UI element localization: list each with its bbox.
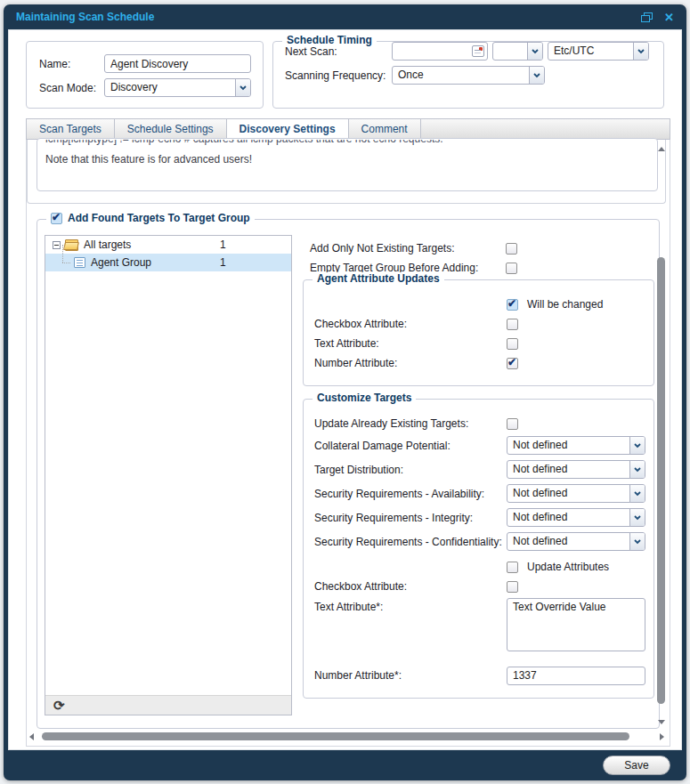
next-scan-time-value: [493, 43, 527, 60]
frequency-label: Scanning Frequency:: [285, 69, 392, 82]
scan-mode-value: Discovery: [105, 79, 235, 96]
security-confidentiality-value: Not defined: [507, 533, 629, 550]
horizontal-scrollbar-thumb[interactable]: [42, 732, 629, 740]
tree-row-count: 1: [220, 256, 226, 269]
security-confidentiality-select[interactable]: Not defined: [507, 532, 645, 551]
dialog-content: Name: Scan Mode: Discovery Schedule Timi…: [8, 29, 682, 750]
chevron-down-icon[interactable]: [529, 67, 544, 84]
ct-text-attribute-label: Text Attribute*:: [314, 598, 507, 613]
notes-group: icmp[icmptype] != icmp-echo # captures a…: [27, 140, 666, 204]
update-existing-checkbox[interactable]: [507, 418, 518, 430]
add-targets-checkbox[interactable]: [51, 213, 62, 224]
next-scan-time-select[interactable]: [492, 42, 543, 61]
scroll-right-icon[interactable]: [660, 733, 664, 740]
vertical-scrollbar[interactable]: [655, 141, 668, 726]
ct-checkbox-attribute-label: Checkbox Attribute:: [314, 580, 507, 593]
schedule-timing-legend: Schedule Timing: [282, 34, 377, 46]
next-scan-label: Next Scan:: [285, 45, 392, 58]
target-group-tree: All targets 1 Agent Group 1 ⟳: [45, 235, 292, 715]
tab-discovery-settings[interactable]: Discovery Settings: [227, 119, 349, 139]
ct-number-attribute-input[interactable]: [507, 667, 645, 685]
security-confidentiality-label: Security Requirements - Confidentiality:: [314, 536, 507, 548]
agent-attribute-updates-legend: Agent Attribute Updates: [313, 272, 444, 285]
chevron-down-icon[interactable]: [629, 509, 645, 526]
scroll-down-icon[interactable]: [658, 720, 665, 724]
empty-before-checkbox[interactable]: [506, 263, 517, 274]
save-button[interactable]: Save: [603, 756, 670, 775]
refresh-icon[interactable]: ⟳: [53, 699, 65, 712]
timezone-select[interactable]: Etc/UTC: [548, 42, 649, 61]
ct-number-attribute-label: Number Attribute*:: [314, 669, 507, 682]
chevron-down-icon[interactable]: [629, 461, 645, 478]
add-only-label: Add Only Not Existing Targets:: [310, 242, 506, 255]
collateral-damage-value: Not defined: [507, 437, 629, 454]
aau-text-attribute-label: Text Attribute:: [314, 337, 507, 350]
ct-text-attribute-input[interactable]: Text Override Value: [507, 598, 645, 651]
tab-comment[interactable]: Comment: [349, 119, 421, 139]
chevron-down-icon[interactable]: [633, 43, 648, 60]
target-group-icon: [74, 257, 85, 268]
tree-row-all-targets[interactable]: All targets 1: [45, 236, 291, 254]
agent-attribute-updates-fieldset: Agent Attribute Updates Will be changed …: [303, 279, 654, 386]
target-distribution-label: Target Distribution:: [314, 464, 507, 476]
security-availability-select[interactable]: Not defined: [507, 484, 645, 503]
update-existing-label: Update Already Existing Targets:: [314, 417, 507, 430]
add-only-checkbox[interactable]: [506, 243, 517, 255]
update-attributes-label: Update Attributes: [527, 561, 609, 573]
chevron-down-icon[interactable]: [629, 485, 645, 502]
close-icon[interactable]: ✕: [664, 12, 674, 23]
target-distribution-value: Not defined: [507, 461, 629, 478]
frequency-select[interactable]: Once: [392, 66, 545, 85]
scroll-up-icon[interactable]: [658, 147, 665, 151]
ct-checkbox-attribute-checkbox[interactable]: [507, 581, 518, 593]
scroll-left-icon[interactable]: [29, 733, 34, 740]
aau-number-attribute-checkbox[interactable]: [507, 358, 518, 369]
calendar-icon[interactable]: [472, 45, 484, 57]
titlebar-icons: ✕: [641, 12, 674, 23]
horizontal-scrollbar[interactable]: [29, 731, 650, 742]
name-input[interactable]: [104, 54, 251, 73]
add-targets-legend: Add Found Targets To Target Group: [46, 212, 255, 224]
chevron-down-icon[interactable]: [629, 533, 645, 550]
discovery-settings-panel: icmp[icmptype] != icmp-echo # captures a…: [26, 140, 670, 747]
general-panel: Name: Scan Mode: Discovery: [26, 41, 264, 109]
add-targets-legend-text: Add Found Targets To Target Group: [68, 212, 250, 224]
tab-scan-targets[interactable]: Scan Targets: [27, 119, 115, 139]
tab-schedule-settings[interactable]: Schedule Settings: [115, 119, 227, 139]
dialog-window: Maintaining Scan Schedule ✕ Name: Scan M…: [4, 4, 686, 780]
name-label: Name:: [39, 58, 104, 70]
tree-connector: [60, 254, 72, 271]
restore-icon[interactable]: [641, 12, 653, 22]
chevron-down-icon[interactable]: [629, 437, 645, 454]
note-text-line: Note that this feature is for advanced u…: [45, 153, 649, 166]
dialog-footer: Save: [4, 750, 686, 780]
security-integrity-value: Not defined: [507, 509, 629, 526]
next-scan-date-input[interactable]: [392, 42, 488, 61]
notes-box[interactable]: icmp[icmptype] != icmp-echo # captures a…: [37, 138, 658, 191]
chevron-down-icon[interactable]: [235, 79, 250, 96]
update-attributes-checkbox[interactable]: [507, 562, 518, 573]
tree-row-label: All targets: [84, 238, 131, 251]
tree-collapse-icon[interactable]: [53, 241, 61, 249]
customize-targets-fieldset: Customize Targets Update Already Existin…: [303, 399, 654, 699]
tree-row-agent-group[interactable]: Agent Group 1: [45, 254, 291, 271]
scan-mode-label: Scan Mode:: [39, 82, 104, 94]
will-be-changed-label: Will be changed: [527, 298, 603, 311]
will-be-changed-checkbox[interactable]: [507, 299, 518, 311]
security-integrity-label: Security Requirements - Integrity:: [314, 512, 507, 524]
add-targets-fieldset: Add Found Targets To Target Group All ta…: [37, 219, 660, 729]
aau-text-attribute-checkbox[interactable]: [507, 338, 518, 350]
aau-checkbox-attribute-checkbox[interactable]: [507, 319, 518, 330]
folder-icon: [65, 239, 78, 250]
collateral-damage-select[interactable]: Not defined: [507, 436, 645, 455]
vertical-scrollbar-thumb[interactable]: [657, 257, 665, 704]
schedule-timing-panel: Schedule Timing Next Scan: Etc/UTC: [272, 41, 664, 109]
scan-mode-select[interactable]: Discovery: [104, 78, 251, 97]
security-integrity-select[interactable]: Not defined: [507, 508, 645, 527]
timezone-value: Etc/UTC: [548, 43, 633, 60]
chevron-down-icon[interactable]: [527, 43, 542, 60]
tree-row-count: 1: [220, 238, 226, 251]
security-availability-value: Not defined: [507, 485, 629, 502]
target-distribution-select[interactable]: Not defined: [507, 460, 645, 479]
window-title: Maintaining Scan Schedule: [16, 11, 154, 23]
